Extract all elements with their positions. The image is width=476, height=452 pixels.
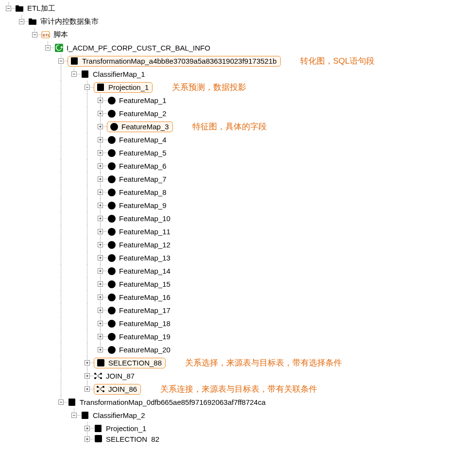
feature-map-icon — [107, 161, 117, 171]
expand-toggle[interactable] — [98, 321, 103, 326]
tree-node-projection[interactable]: Projection_1 — [2, 422, 476, 435]
expand-toggle[interactable] — [98, 308, 103, 313]
tree-node-featuremap[interactable]: FeatureMap_3特征图，具体的字段 — [2, 120, 476, 133]
feature-map-icon — [107, 201, 117, 210]
collapse-toggle[interactable] — [85, 85, 90, 90]
tree-node-tmap[interactable]: TransformationMap_0dfb665ae85f971692063a… — [2, 396, 476, 409]
tree-node-join[interactable]: JOIN_86 关系连接，来源表与目标表，带有关联条件 — [2, 382, 476, 396]
feature-map-icon — [107, 279, 117, 289]
tree-node-classifier[interactable]: ClassifierMap_1 — [2, 68, 476, 81]
annotation: 关系选择，来源表与目标表，带有选择条件 — [185, 357, 342, 368]
refresh-icon — [54, 43, 64, 53]
node-label: 审计内控数据集市 — [39, 17, 100, 26]
node-label: FeatureMap_8 — [118, 188, 168, 196]
node-label: I_ACDM_PF_CORP_CUST_CR_BAL_INFO — [65, 44, 212, 52]
tree-node-etl[interactable]: ETL加工 — [2, 2, 476, 15]
collapse-toggle[interactable] — [58, 58, 64, 64]
expand-toggle[interactable] — [98, 111, 103, 116]
expand-toggle[interactable] — [98, 137, 103, 142]
tree-node-featuremap[interactable]: FeatureMap_15 — [2, 278, 476, 291]
expand-toggle[interactable] — [98, 98, 103, 103]
node-label: FeatureMap_9 — [118, 201, 168, 209]
join-icon — [94, 371, 103, 381]
feature-map-icon — [107, 332, 117, 342]
feature-map-icon — [107, 240, 117, 250]
expand-toggle[interactable] — [85, 360, 90, 365]
feature-map-icon — [107, 96, 117, 105]
tree-node-featuremap[interactable]: FeatureMap_16 — [2, 291, 476, 304]
tree-node-featuremap[interactable]: FeatureMap_7 — [2, 173, 476, 186]
node-label: SELECTION_88 — [107, 359, 163, 367]
transformation-map-icon — [68, 398, 77, 407]
tree-node-featuremap[interactable]: FeatureMap_20 — [2, 343, 476, 356]
collapse-toggle[interactable] — [45, 45, 51, 51]
collapse-toggle[interactable] — [6, 6, 11, 11]
expand-toggle[interactable] — [98, 347, 103, 352]
node-label: Projection_1 — [107, 83, 150, 91]
tree-node-featuremap[interactable]: FeatureMap_13 — [2, 251, 476, 264]
tree-node-projection[interactable]: Projection_1 关系预测，数据投影 — [2, 81, 476, 94]
tree-node-selection[interactable]: SELECTION_82 — [2, 435, 476, 443]
expand-toggle[interactable] — [98, 255, 103, 261]
tree-node-scripts[interactable]: 脚本 — [2, 28, 476, 41]
tree-node-featuremap[interactable]: FeatureMap_2 — [2, 107, 476, 120]
tree-node-featuremap[interactable]: FeatureMap_11 — [2, 225, 476, 238]
expand-toggle[interactable] — [98, 176, 103, 182]
expand-toggle[interactable] — [98, 334, 103, 339]
tree-node-featuremap[interactable]: FeatureMap_5 — [2, 146, 476, 159]
expand-toggle[interactable] — [98, 295, 103, 300]
expand-toggle[interactable] — [98, 229, 103, 234]
collapse-toggle[interactable] — [71, 71, 77, 77]
expand-toggle[interactable] — [85, 373, 90, 379]
tree-node-featuremap[interactable]: FeatureMap_8 — [2, 186, 476, 199]
tree-node-datamart[interactable]: 审计内控数据集市 — [2, 15, 476, 28]
feature-map-icon — [107, 148, 117, 158]
feature-map-icon — [107, 214, 117, 224]
tree-node-featuremap[interactable]: FeatureMap_10 — [2, 212, 476, 225]
tree-node-featuremap[interactable]: FeatureMap_4 — [2, 133, 476, 146]
expand-toggle[interactable] — [98, 150, 103, 156]
tree-node-featuremap[interactable]: FeatureMap_17 — [2, 304, 476, 317]
annotation: 关系预测，数据投影 — [172, 82, 246, 93]
expand-toggle[interactable] — [98, 216, 103, 221]
node-label: FeatureMap_12 — [118, 241, 172, 249]
collapse-toggle[interactable] — [19, 19, 24, 24]
node-label: FeatureMap_7 — [118, 175, 168, 183]
tree-node-featuremap[interactable]: FeatureMap_9 — [2, 199, 476, 212]
tree-node-featuremap[interactable]: FeatureMap_19 — [2, 330, 476, 343]
annotation: 特征图，具体的字段 — [192, 121, 267, 132]
feature-map-icon — [107, 135, 117, 145]
selection-icon — [96, 358, 106, 368]
tree-node-featuremap[interactable]: FeatureMap_18 — [2, 317, 476, 330]
expand-toggle[interactable] — [98, 163, 103, 169]
tree-node-featuremap[interactable]: FeatureMap_14 — [2, 264, 476, 278]
expand-toggle[interactable] — [98, 124, 103, 129]
feature-map-icon — [107, 174, 117, 184]
expand-toggle[interactable] — [98, 281, 103, 287]
tree-node-join[interactable]: JOIN_87 — [2, 369, 476, 382]
node-label: SELECTION_82 — [104, 435, 161, 443]
expand-toggle[interactable] — [85, 426, 90, 431]
node-label: FeatureMap_1 — [118, 96, 168, 104]
expand-toggle[interactable] — [98, 190, 103, 195]
expand-toggle[interactable] — [85, 436, 90, 442]
expand-toggle[interactable] — [98, 268, 103, 274]
collapse-toggle[interactable] — [58, 400, 64, 405]
tree-node-tmap[interactable]: TransformationMap_a4bb8e37039a5a83631902… — [2, 54, 476, 68]
tree-node-classifier[interactable]: ClassifierMap_2 — [2, 409, 476, 422]
tree-node-selection[interactable]: SELECTION_88 关系选择，来源表与目标表，带有选择条件 — [2, 356, 476, 369]
collapse-toggle[interactable] — [32, 32, 37, 37]
tree-node-featuremap[interactable]: FeatureMap_12 — [2, 238, 476, 251]
tree-node-table[interactable]: I_ACDM_PF_CORP_CUST_CR_BAL_INFO — [2, 41, 476, 54]
node-label: TransformationMap_0dfb665ae85f971692063a… — [78, 398, 267, 406]
collapse-toggle[interactable] — [71, 413, 77, 418]
expand-toggle[interactable] — [98, 242, 103, 247]
tree-node-featuremap[interactable]: FeatureMap_1 — [2, 94, 476, 107]
tree-view: ETL加工 审计内控数据集市 脚本 I_ACDM_PF_CORP_CUST_CR… — [0, 0, 476, 443]
node-label: FeatureMap_18 — [118, 319, 172, 328]
tree-node-featuremap[interactable]: FeatureMap_6 — [2, 159, 476, 173]
node-label: FeatureMap_6 — [118, 162, 168, 170]
node-label: FeatureMap_11 — [118, 227, 172, 236]
expand-toggle[interactable] — [85, 386, 90, 392]
expand-toggle[interactable] — [98, 203, 103, 208]
